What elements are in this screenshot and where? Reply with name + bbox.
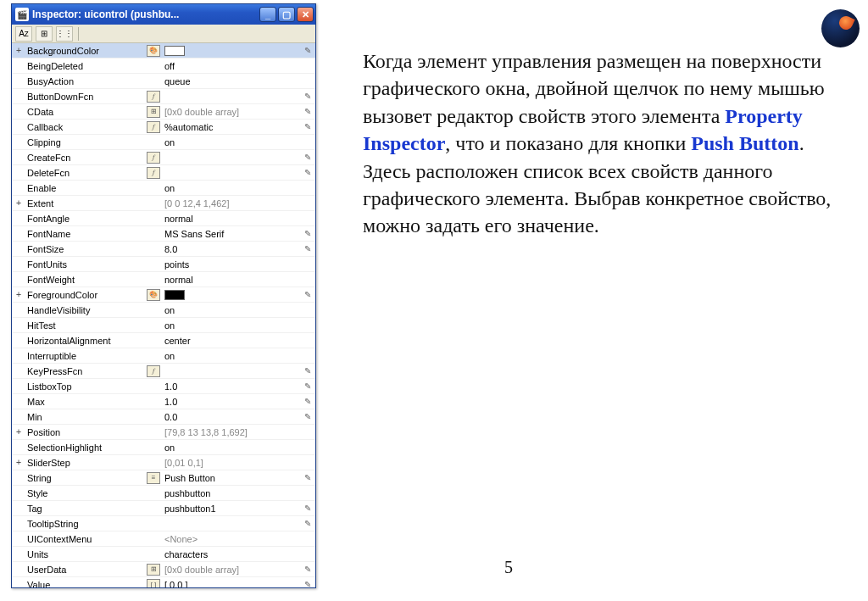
expand-toggle[interactable]: + [12,46,25,55]
minimize-button[interactable]: _ [259,7,276,22]
property-value[interactable]: on [163,183,300,193]
property-row[interactable]: HorizontalAlignmentcenter [12,333,315,348]
edit-pencil-icon[interactable]: ✎ [300,153,315,162]
property-value[interactable]: [0 0 12,4 1,462] [163,198,300,209]
matrix-editor-icon[interactable]: ⊞ [144,563,163,576]
property-row[interactable]: Unitscharacters [12,547,315,562]
edit-pencil-icon[interactable]: ✎ [300,473,315,482]
edit-pencil-icon[interactable]: ✎ [300,366,315,376]
property-row[interactable]: String≡Push Button✎ [12,470,315,486]
property-row[interactable]: +ForegroundColor🎨✎ [12,287,315,303]
property-value[interactable]: 8.0 [163,244,300,254]
property-value[interactable]: 1.0 [163,397,300,407]
property-row[interactable]: Enableon [12,181,315,196]
fcn-editor-icon[interactable]: 𝑓 [144,120,163,133]
property-value[interactable]: on [163,442,300,453]
property-row[interactable]: Interruptibleon [12,348,315,364]
matrix-editor-icon[interactable]: ⊞ [144,105,163,118]
color-editor-icon[interactable]: 🎨 [144,288,163,301]
fcn-editor-icon[interactable]: 𝑓 [144,151,163,164]
vector-editor-icon[interactable]: [ ] [144,578,163,587]
property-row[interactable]: TooltipString✎ [12,516,315,531]
property-grid[interactable]: +BackgroundColor🎨✎BeingDeletedoffBusyAct… [12,43,315,587]
property-row[interactable]: +SliderStep[0,01 0,1] [12,455,315,470]
property-value[interactable] [163,45,300,56]
edit-pencil-icon[interactable]: ✎ [300,46,315,55]
property-row[interactable]: ButtonDownFcn𝑓✎ [12,89,315,104]
edit-pencil-icon[interactable]: ✎ [300,580,315,587]
sort-alpha-button[interactable]: Az [15,26,32,42]
property-row[interactable]: +BackgroundColor🎨✎ [12,43,315,58]
property-row[interactable]: BusyActionqueue [12,74,315,89]
property-row[interactable]: Stylepushbutton [12,486,315,501]
edit-pencil-icon[interactable]: ✎ [300,107,315,116]
tree-button[interactable]: ⋮⋮ [56,26,73,42]
property-value[interactable]: [79,8 13 13,8 1,692] [163,427,300,437]
edit-pencil-icon[interactable]: ✎ [300,519,315,528]
property-value[interactable]: normal [163,214,300,224]
expand-toggle[interactable]: + [12,198,25,208]
property-value[interactable]: 1.0 [163,381,300,392]
property-value[interactable]: 0.0 [163,412,300,422]
property-value[interactable] [163,289,300,300]
property-row[interactable]: UserData⊞[0x0 double array]✎ [12,562,315,577]
property-row[interactable]: BeingDeletedoff [12,58,315,74]
property-row[interactable]: HandleVisibilityon [12,303,315,318]
property-value[interactable]: on [163,305,300,315]
fcn-editor-icon[interactable]: 𝑓 [144,364,163,377]
property-row[interactable]: Max1.0✎ [12,394,315,409]
fcn-editor-icon[interactable]: 𝑓 [144,90,163,103]
property-row[interactable]: HitTeston [12,318,315,333]
property-value[interactable]: characters [163,549,300,559]
property-value[interactable]: [0x0 double array] [163,107,300,117]
fcn-editor-icon[interactable]: 𝑓 [144,166,163,179]
edit-pencil-icon[interactable]: ✎ [300,168,315,177]
expand-toggle[interactable]: + [12,427,25,437]
property-value[interactable]: [ 0.0 ] [163,580,300,588]
property-row[interactable]: CreateFcn𝑓✎ [12,150,315,165]
property-value[interactable]: on [163,137,300,147]
edit-pencil-icon[interactable]: ✎ [300,565,315,574]
property-row[interactable]: SelectionHighlighton [12,440,315,455]
property-value[interactable]: [0,01 0,1] [163,458,300,468]
property-row[interactable]: Tagpushbutton1✎ [12,501,315,516]
property-row[interactable]: CData⊞[0x0 double array]✎ [12,104,315,120]
property-value[interactable]: on [163,351,300,361]
property-row[interactable]: Clippingon [12,135,315,150]
edit-pencil-icon[interactable]: ✎ [300,244,315,253]
group-button[interactable]: ⊞ [36,26,53,42]
property-row[interactable]: FontAnglenormal [12,211,315,226]
property-row[interactable]: UIContextMenu<None> [12,531,315,547]
property-row[interactable]: FontWeightnormal [12,272,315,287]
property-value[interactable]: on [163,320,300,331]
property-row[interactable]: Min0.0✎ [12,409,315,425]
property-row[interactable]: FontUnitspoints [12,257,315,272]
edit-pencil-icon[interactable]: ✎ [300,92,315,101]
edit-pencil-icon[interactable]: ✎ [300,229,315,238]
property-row[interactable]: ListboxTop1.0✎ [12,379,315,394]
edit-pencil-icon[interactable]: ✎ [300,122,315,131]
expand-toggle[interactable]: + [12,290,25,299]
property-row[interactable]: DeleteFcn𝑓✎ [12,165,315,181]
titlebar[interactable]: 🎬 Inspector: uicontrol (pushbu... _ ▢ ✕ [12,4,315,25]
property-value[interactable]: points [163,259,300,270]
property-value[interactable]: Push Button [163,473,300,483]
text-editor-icon[interactable]: ≡ [144,471,163,484]
expand-toggle[interactable]: + [12,458,25,467]
property-value[interactable]: center [163,336,300,346]
property-value[interactable]: off [163,61,300,71]
property-row[interactable]: KeyPressFcn𝑓✎ [12,364,315,379]
maximize-button[interactable]: ▢ [278,7,295,22]
property-value[interactable]: %automatic [163,122,300,132]
property-row[interactable]: FontNameMS Sans Serif✎ [12,226,315,242]
property-value[interactable]: pushbutton1 [163,504,300,514]
property-row[interactable]: Callback𝑓%automatic✎ [12,120,315,135]
edit-pencil-icon[interactable]: ✎ [300,381,315,391]
edit-pencil-icon[interactable]: ✎ [300,504,315,513]
property-row[interactable]: Value[ ][ 0.0 ]✎ [12,577,315,587]
property-row[interactable]: FontSize8.0✎ [12,242,315,257]
property-value[interactable]: MS Sans Serif [163,229,300,239]
property-value[interactable]: normal [163,275,300,285]
close-button[interactable]: ✕ [297,7,314,22]
property-row[interactable]: +Extent[0 0 12,4 1,462] [12,196,315,211]
